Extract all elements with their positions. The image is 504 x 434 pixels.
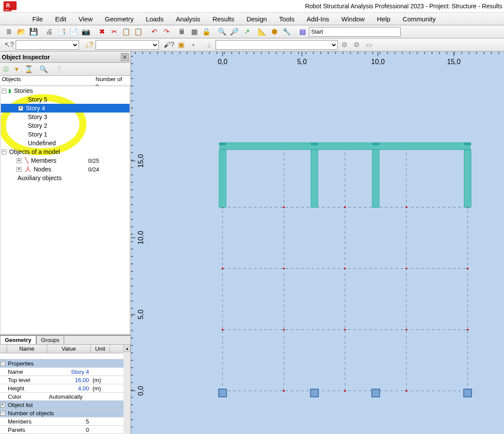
menu-help[interactable]: Help [371,14,397,24]
object-inspector-title: Object Inspector [2,54,50,61]
inspector-tabs: Geometry Groups [0,335,130,344]
brush-help-icon[interactable]: 🖌? [163,40,175,50]
table-icon[interactable]: ▦ [189,27,200,37]
tab-groups[interactable]: Groups [36,335,65,344]
menu-tools[interactable]: Tools [273,14,301,24]
measure-icon[interactable]: 📐 [257,27,268,37]
menu-file[interactable]: File [26,14,49,24]
prop-row[interactable]: Height4,00(m) [0,384,123,393]
close-icon[interactable]: ✕ [121,53,129,61]
3d-icon[interactable]: ⬢ [269,27,280,37]
tree-objects-model[interactable]: − Objects of a model [1,147,130,156]
help-icon[interactable]: ❔ [54,65,63,73]
prop-head-unit: Unit [91,345,110,353]
prop-row[interactable]: Top level16,00(m) [0,376,123,384]
layout-icon[interactable]: ▤ [297,27,308,37]
delete-icon[interactable]: ✖ [96,27,107,37]
tool-a-icon[interactable]: ⚙ [339,40,350,50]
svg-text:R: R [6,3,10,9]
search-icon[interactable]: 🔍 [39,65,48,73]
menu-results[interactable]: Results [206,14,240,24]
svg-rect-184 [464,143,471,145]
menu-loads[interactable]: Loads [140,14,170,24]
prop-section-numobjects[interactable]: − Number of objects [0,409,123,417]
combo-1[interactable] [16,40,79,50]
menu-geometry[interactable]: Geometry [99,14,140,24]
start-input[interactable] [309,27,401,37]
menu-view[interactable]: View [72,14,99,24]
model-canvas[interactable]: 0,05,010,015,00,05,010,015,0 [131,51,504,434]
menu-analysis[interactable]: Analysis [170,14,206,24]
tree-story-4[interactable]: + Story 4 [1,104,130,113]
section-help-icon[interactable]: ⟂? [83,40,95,50]
collapse-icon[interactable]: − [0,361,5,366]
svg-point-153 [222,268,223,270]
object-tree[interactable]: − ▮ Stories Story 5 + Story 4 Story 3 St… [0,86,130,334]
prop-row[interactable]: ColorAutomatically [0,393,123,401]
tree-story-3[interactable]: Story 3 [1,113,130,121]
menu-addins[interactable]: Add-Ins [301,14,336,24]
tree-members[interactable]: + ╲ Members 0/25 [1,156,130,165]
tool-b-icon[interactable]: ⚙ [351,40,362,50]
zoom-icon[interactable]: 🔍 [216,27,228,37]
open-icon[interactable]: 📂 [16,27,27,37]
expand-icon[interactable]: + [17,158,21,163]
lock-icon[interactable]: 🔒 [201,27,212,37]
menu-community[interactable]: Community [397,14,442,24]
new-icon[interactable]: 🗎 [3,27,15,37]
collapse-icon[interactable]: − [0,411,5,416]
zoom-window-icon[interactable]: 🔎 [229,27,240,37]
calc-icon[interactable]: 🖩 [176,27,188,37]
menu-window[interactable]: Window [335,14,370,24]
cut-icon[interactable]: ✂ [108,27,120,37]
tree-undef[interactable]: Undefined [1,139,130,147]
collapse-icon[interactable]: − [2,89,7,93]
edit-tool-icon[interactable]: ↗ [241,27,252,37]
menu-edit[interactable]: Edit [49,14,72,24]
pointer-help-icon[interactable]: ↖? [3,40,15,50]
prop-row: Members5 [0,417,123,426]
print-icon[interactable]: 🖨 [44,27,55,37]
tree-story-5[interactable]: Story 5 [1,95,130,104]
tree-story-2[interactable]: Story 2 [1,121,130,130]
preview-icon[interactable]: 📑 [56,27,67,37]
window-icon[interactable]: ▣ [175,40,187,50]
tool-c-icon[interactable]: ▭ [363,40,374,50]
save-icon[interactable]: 💾 [28,27,39,37]
prop-section-properties[interactable]: − Properties [0,359,123,368]
object-inspector-columns: Objects Number of o... [0,76,130,85]
undo-icon[interactable]: ↶ [148,27,160,37]
tree-nodes[interactable]: + 人 Nodes 0/24 [1,165,130,174]
prop-row[interactable]: NameStory 4 [0,368,123,376]
combo-3[interactable] [216,40,338,50]
filter2-icon[interactable]: ▾ [15,65,18,73]
expand-icon[interactable]: + [0,403,5,407]
prop-section-objectlist[interactable]: + Object list [0,401,123,409]
copy-icon[interactable]: 📋 [120,27,132,37]
combo-2[interactable] [96,40,159,50]
svg-rect-182 [372,143,379,145]
support-icon[interactable]: ⟂ [203,40,215,50]
expand-icon[interactable]: + [17,167,21,172]
svg-point-161 [344,390,346,392]
tree-story-1[interactable]: Story 1 [1,130,130,139]
page-setup-icon[interactable]: 📄 [68,27,79,37]
svg-point-172 [467,329,469,331]
svg-point-164 [344,206,346,208]
prop-scrollbar[interactable]: ▴ [123,344,130,434]
members-icon: ╲ [25,157,28,164]
collapse-icon[interactable]: − [2,150,7,154]
filter1-icon[interactable]: �⃓ [3,65,9,73]
expand-icon[interactable]: + [18,106,23,111]
redo-icon[interactable]: ↷ [161,27,172,37]
svg-rect-187 [372,389,380,397]
panel-icon[interactable]: ▪ [188,40,199,50]
screenshot-icon[interactable]: 📷 [80,27,92,37]
filter3-icon[interactable]: ⌛ [24,65,33,73]
paste-icon[interactable]: 📋 [133,27,144,37]
tree-stories[interactable]: − ▮ Stories [1,86,130,95]
menu-design[interactable]: Design [240,14,273,24]
tree-aux[interactable]: Auxiliary objects [1,174,130,182]
tab-geometry[interactable]: Geometry [0,335,36,344]
settings-icon[interactable]: 🔧 [281,27,292,37]
